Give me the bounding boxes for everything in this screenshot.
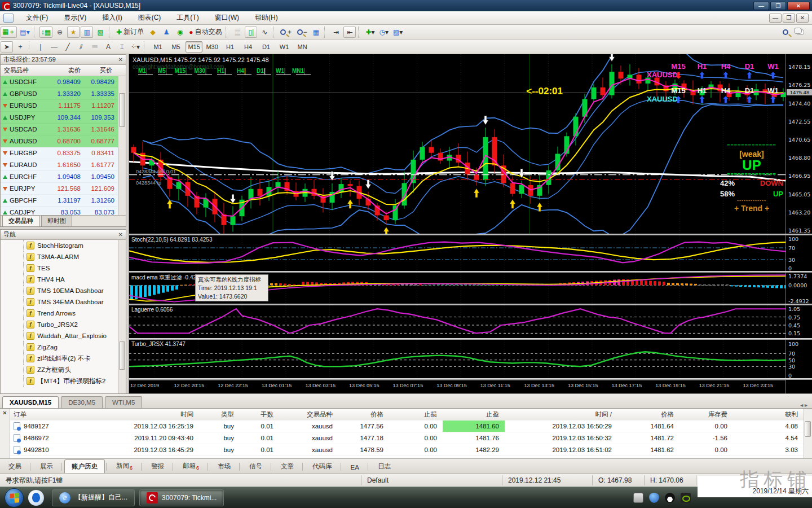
order-cell[interactable]: 0.00 [679,421,733,432]
timeframe-H4[interactable]: H4 [240,41,257,52]
menu-3[interactable]: 插入(I) [94,12,130,23]
order-cell[interactable]: buy [199,421,240,432]
child-close-button[interactable]: ✕ [796,14,809,23]
profiles-icon[interactable]: ▤▾ [18,27,31,38]
order-cell[interactable]: 0.00 [389,421,443,432]
signals-icon[interactable]: ◉ [174,27,186,38]
menu-7[interactable]: 帮助(H) [247,12,286,23]
navigator-item[interactable]: fTMS 34EMA Dashboar [1,296,118,308]
vline-icon[interactable]: | [34,41,47,52]
terminal-tab-2[interactable]: 展示 [33,459,60,473]
chart-area[interactable]: XAUUSD,M15 1475.22 1475.92 1475.22 1475.… [129,54,812,393]
chart-tab-DE30M5[interactable]: DE30,M5 [61,396,103,408]
order-cell[interactable]: 0.01 [240,432,279,444]
timeframe-M30[interactable]: M30 [204,41,220,52]
timeframe-D1[interactable]: D1 [258,41,275,52]
periods-menu-icon[interactable]: ◷▾ [377,27,390,38]
market-watch-row[interactable]: GBPCHF1.311971.31260 [1,195,126,207]
child-minimize-button[interactable]: — [769,14,782,23]
terminal-col-header[interactable]: 价格 [617,409,679,421]
order-cell[interactable]: 1477.18 [338,432,389,444]
terminal-col-header[interactable]: 交易品种 [279,409,338,421]
tile-windows-icon[interactable]: ▦ [310,27,322,38]
navigator-item[interactable]: fWaddah_Attar_Explosio [1,330,118,341]
channel-icon[interactable]: ⫽ [75,41,87,52]
terminal-tab-4[interactable]: 新闻6 [109,459,140,473]
start-button[interactable] [5,488,24,507]
child-restore-button[interactable]: ❐ [783,14,795,23]
trendline-icon[interactable]: ╱ [61,41,74,52]
timeframe-MN[interactable]: MN [294,41,311,52]
order-cell[interactable]: xauusd [279,444,338,456]
market-watch-row[interactable]: EURCHF1.094081.09450 [1,171,126,183]
terminal-col-header[interactable]: 手数 [240,409,279,421]
order-cell[interactable]: 2019.12.03 16:25:19 [114,421,199,432]
market-watch-row[interactable]: EURUSD1.111751.11207 [1,100,126,112]
terminal-col-header[interactable]: 时间 [114,409,199,421]
order-cell[interactable]: 2019.12.03 16:51:02 [505,444,617,456]
market-watch-row[interactable]: EURJPY121.568121.609 [1,183,126,195]
cursor-icon[interactable]: ➤ [1,41,13,52]
keyboard-tray-icon[interactable] [633,493,643,503]
order-cell[interactable]: 0.00 [389,432,443,444]
order-cell[interactable]: buy [199,432,240,444]
tab-symbols[interactable]: 交易品种 [2,215,39,226]
navigator-item[interactable]: fTES [1,262,118,274]
navigator-item[interactable]: fTHV4 HA [1,274,118,285]
candlestick-icon[interactable]: ▯| [245,27,257,38]
terminal-col-header[interactable]: 库存费 [679,409,733,421]
zoom-in-icon[interactable]: ＋ [279,27,294,38]
order-cell[interactable]: 1481.64 [617,421,679,432]
order-cell[interactable]: 1481.76 [443,432,505,444]
market-watch-row[interactable]: AUDUSD0.687000.68777 [1,135,126,147]
terminal-col-header[interactable]: 价格 [338,409,389,421]
terminal-col-header[interactable]: 订单 [10,409,114,421]
chart-tab-XAUUSDM15[interactable]: XAUUSD,M15 [2,396,59,408]
chart-tab-WTIM5[interactable]: WTI,M5 [105,396,142,408]
terminal-col-header[interactable]: 类型 [199,409,240,421]
search-icon[interactable] [783,29,788,35]
templates-menu-icon[interactable]: ▨▾ [391,27,404,38]
menu-5[interactable]: 工具(T) [169,12,206,23]
timeframe-M1[interactable]: M1 [149,41,166,52]
status-profile[interactable]: Default [361,475,502,485]
arrows-menu-icon[interactable]: ⁘▾ [129,41,142,52]
navigator-scrollbar[interactable] [118,240,126,397]
strategy-tester-icon[interactable]: ▧ [94,27,107,38]
terminal-col-header[interactable]: 时间 / [505,409,617,421]
order-cell[interactable]: xauusd [279,421,338,432]
terminal-tab-7[interactable]: 市场 [210,459,238,473]
autoscroll-icon[interactable]: ⇥ [330,27,342,38]
close-button[interactable]: ✕ [787,2,810,10]
order-cell[interactable]: xauusd [279,432,338,444]
data-window-icon[interactable]: ⊕ [54,27,66,38]
indicators-menu-icon[interactable]: ✚▾ [364,27,376,38]
menu-1[interactable]: 文件(F) [18,12,56,23]
taskbar-ie-task[interactable]: e 【新提醒】自己... [52,489,135,506]
terminal-tab-9[interactable]: 文章 [273,459,301,473]
new-chart-icon[interactable]: ▦＋ [1,27,17,38]
menu-4[interactable]: 图表(C) [130,12,169,23]
order-cell[interactable]: 0.01 [240,421,279,432]
market-watch-row[interactable]: USDCAD1.316361.31646 [1,124,126,135]
navigator-item[interactable]: fZZ方框箭头 [1,364,118,375]
order-cell[interactable]: 2019.11.20 09:43:40 [114,432,199,444]
terminal-tab-1[interactable]: 交易 [1,459,29,473]
menu-6[interactable]: 窗口(W) [207,12,247,23]
navigator-item[interactable]: fT3MA-ALARM [1,251,118,262]
market-watch-close-icon[interactable]: ✕ [118,56,123,63]
order-cell[interactable]: 1481.72 [617,432,679,444]
timeframe-W1[interactable]: W1 [276,41,293,52]
navigator-item[interactable]: fTMS 10EMA Dashboar [1,285,118,296]
text-icon[interactable]: A [102,41,114,52]
timeframe-M15[interactable]: M15 [186,41,202,52]
timeframe-H1[interactable]: H1 [222,41,239,52]
chart-tab-scroll-arrows[interactable]: ◂ ▸ [800,402,807,408]
navigator-item[interactable]: fStochHistogram [1,240,118,251]
navigator-item[interactable]: fZigZag [1,341,118,353]
bar-chart-icon[interactable]: 𝄛 [231,27,244,38]
order-cell[interactable]: 2019.12.03 16:50:32 [505,432,617,444]
terminal-tab-3[interactable]: 账户历史 [64,459,105,473]
terminal-tab-8[interactable]: 信号 [242,459,270,473]
terminal-tab-11[interactable]: EA [343,461,367,473]
